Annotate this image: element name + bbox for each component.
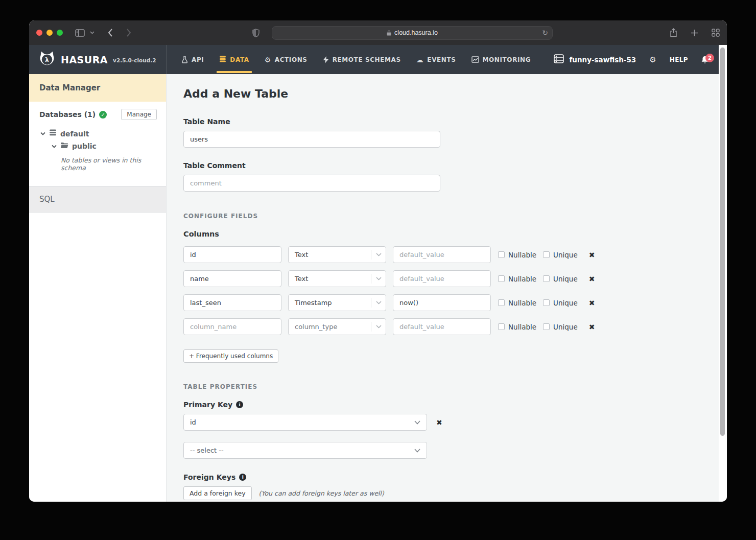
nullable-checkbox[interactable] [498, 299, 505, 306]
table-comment-input[interactable] [183, 175, 440, 192]
chevron-down-icon [371, 277, 386, 280]
lock-icon [387, 30, 391, 36]
nav-tab-data[interactable]: DATA [211, 45, 256, 74]
help-button[interactable]: HELP [670, 56, 688, 63]
privacy-shield-icon[interactable] [252, 29, 259, 37]
page-scrollbar[interactable] [719, 45, 727, 502]
column-name-input[interactable] [183, 246, 281, 263]
unique-checkbox-group[interactable]: Unique [543, 275, 578, 283]
table-name-input[interactable] [183, 131, 440, 148]
close-window-button[interactable] [36, 30, 42, 36]
nav-tab-api[interactable]: API [174, 45, 211, 74]
svg-text:λ: λ [45, 56, 49, 63]
primary-key-select[interactable]: id [183, 414, 427, 431]
column-default-input[interactable] [393, 246, 491, 263]
nullable-checkbox[interactable] [498, 251, 505, 258]
nullable-checkbox[interactable] [498, 275, 505, 282]
nav-tab-actions[interactable]: ⚙ ACTIONS [257, 45, 315, 74]
chevron-down-icon[interactable] [90, 31, 94, 34]
sidebar-title: Data Manager [29, 74, 166, 102]
remove-column-button[interactable]: ✖ [589, 251, 595, 259]
zoom-window-button[interactable] [57, 30, 63, 36]
primary-key-add-select[interactable]: -- select -- [183, 442, 427, 459]
nav-tab-monitoring[interactable]: MONITORING [464, 45, 539, 74]
remove-column-button[interactable]: ✖ [589, 323, 595, 331]
unique-checkbox-group[interactable]: Unique [543, 299, 578, 307]
select-placeholder-value: -- select -- [190, 447, 414, 454]
tree-item-public-schema[interactable]: public [40, 140, 157, 152]
info-icon: i [239, 474, 246, 481]
remove-column-button[interactable]: ✖ [589, 275, 595, 283]
unique-label: Unique [553, 251, 578, 259]
remove-primary-key-button[interactable]: ✖ [436, 418, 442, 427]
nullable-checkbox-group[interactable]: Nullable [498, 299, 536, 307]
project-name: funny-sawfish-53 [569, 56, 636, 64]
hasura-brand[interactable]: λ HASURA v2.5.0-cloud.2 [29, 45, 167, 74]
column-type-select[interactable]: column_type [288, 318, 386, 335]
column-default-input[interactable] [393, 270, 491, 287]
sidebar-item-sql[interactable]: SQL [29, 186, 166, 213]
table-properties-section-label: TABLE PROPERTIES [183, 383, 719, 390]
empty-schema-message: No tables or views in this schema [40, 152, 157, 180]
unique-label: Unique [553, 299, 578, 307]
unique-checkbox[interactable] [543, 275, 550, 282]
nav-tab-label: API [192, 56, 204, 63]
column-row: Timestamp Nullable Unique ✖ [183, 294, 719, 311]
unique-checkbox[interactable] [543, 299, 550, 306]
back-button[interactable] [104, 26, 117, 39]
sidebar-toggle-icon[interactable] [75, 29, 85, 37]
browser-toolbar: cloud.hasura.io ↻ [29, 20, 727, 45]
folder-open-icon [60, 142, 68, 150]
scrollbar-thumb[interactable] [720, 48, 725, 436]
nav-tab-events[interactable]: ☁ EVENTS [409, 45, 464, 74]
check-circle-icon: ✓ [99, 111, 107, 119]
chevron-down-icon [414, 418, 420, 426]
column-default-input[interactable] [393, 318, 491, 335]
tab-overview-icon[interactable] [712, 29, 720, 37]
column-type-select[interactable]: Text [288, 246, 386, 263]
unique-checkbox-group[interactable]: Unique [543, 323, 578, 331]
minimize-window-button[interactable] [46, 30, 53, 36]
configure-fields-section-label: CONFIGURE FIELDS [183, 213, 719, 220]
reload-icon[interactable]: ↻ [542, 29, 548, 37]
remove-column-button[interactable]: ✖ [589, 299, 595, 307]
nav-tab-label: MONITORING [483, 56, 531, 63]
column-name-input[interactable] [183, 318, 281, 335]
column-row: column_type Nullable Unique ✖ [183, 318, 719, 335]
frequently-used-columns-button[interactable]: + Frequently used columns [183, 349, 278, 363]
gears-icon: ⚙ [265, 56, 271, 64]
column-type-select[interactable]: Text [288, 270, 386, 287]
nullable-checkbox-group[interactable]: Nullable [498, 323, 536, 331]
nullable-checkbox-group[interactable]: Nullable [498, 275, 536, 283]
address-bar[interactable]: cloud.hasura.io ↻ [272, 26, 553, 40]
column-type-value: Timestamp [295, 299, 371, 307]
unique-checkbox[interactable] [543, 323, 550, 330]
forward-button[interactable] [122, 26, 135, 39]
unique-checkbox-group[interactable]: Unique [543, 251, 578, 259]
tree-item-label: default [60, 130, 89, 138]
column-name-input[interactable] [183, 270, 281, 287]
column-default-input[interactable] [393, 294, 491, 311]
manage-button[interactable]: Manage [121, 109, 157, 120]
nullable-checkbox-group[interactable]: Nullable [498, 251, 536, 259]
nav-tab-remote-schemas[interactable]: REMOTE SCHEMAS [315, 45, 409, 74]
settings-gear-icon[interactable]: ⚙ [649, 55, 656, 64]
project-menu[interactable]: funny-sawfish-53 [553, 54, 636, 65]
nullable-label: Nullable [508, 275, 536, 283]
notifications-button[interactable]: 2 [701, 56, 708, 64]
column-type-select[interactable]: Timestamp [288, 294, 386, 311]
column-type-value: Text [295, 275, 371, 283]
version-label: v2.5.0-cloud.2 [113, 57, 156, 63]
new-tab-icon[interactable] [691, 29, 698, 37]
add-foreign-key-button[interactable]: Add a foreign key [183, 486, 252, 500]
unique-checkbox[interactable] [543, 251, 550, 258]
table-name-label: Table Name [183, 118, 719, 126]
flask-icon [181, 56, 188, 63]
tree-item-default-database[interactable]: default [40, 127, 157, 140]
nullable-checkbox[interactable] [498, 323, 505, 330]
nav-tab-label: EVENTS [427, 56, 456, 63]
share-icon[interactable] [670, 28, 677, 37]
chevron-down-icon [371, 325, 386, 328]
server-icon [553, 54, 564, 65]
column-name-input[interactable] [183, 294, 281, 311]
